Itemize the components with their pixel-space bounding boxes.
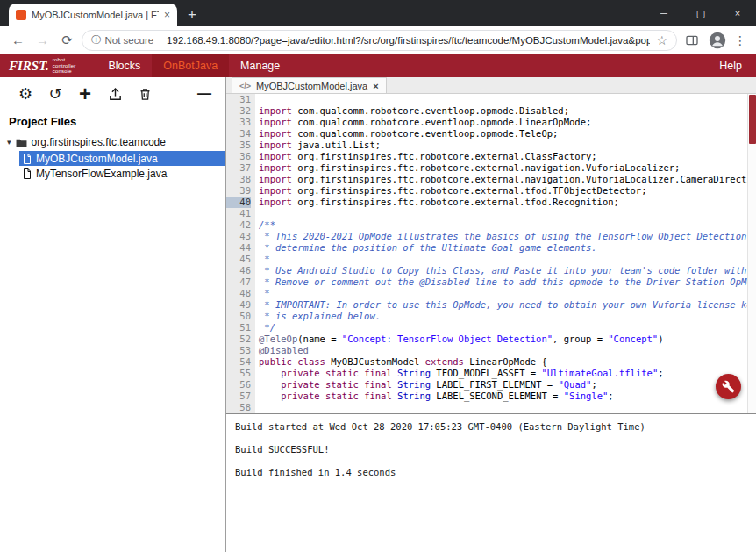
code-line: private static final String LABEL_FIRST_… xyxy=(259,379,756,391)
maximize-button[interactable]: ▢ xyxy=(682,0,719,26)
gear-icon: ⚙ xyxy=(18,86,32,102)
code-line: * Use Android Studio to Copy this Class,… xyxy=(259,265,756,276)
code-line: * Remove or comment out the @Disabled li… xyxy=(259,276,756,288)
tree-files: MyOBJCustomModel.javaMyTensorFlowExample… xyxy=(0,151,225,181)
tree-file-row[interactable]: MyOBJCustomModel.java xyxy=(19,151,225,166)
address-bar: ← → ⟳ ⓘ Not secure 192.168.49.1:8080/?pa… xyxy=(0,26,756,54)
chip-divider xyxy=(160,34,160,47)
code-editor: 3132333435363738394041424344454647484950… xyxy=(226,94,756,413)
bookmark-star-icon[interactable]: ☆ xyxy=(656,33,667,47)
code-line: import com.qualcomm.robotcore.eventloop.… xyxy=(259,117,756,128)
profile-avatar[interactable] xyxy=(707,32,728,49)
tree-file-row[interactable]: MyTensorFlowExample.java xyxy=(19,166,225,181)
gutter-line-number: 57 xyxy=(226,391,251,402)
reload-icon[interactable]: ⟳ xyxy=(57,32,77,48)
scrollbar-thumb[interactable] xyxy=(749,95,756,144)
gutter-line-number: 52 xyxy=(226,333,251,345)
build-button[interactable] xyxy=(716,374,741,399)
plus-icon: + xyxy=(79,84,91,104)
help-link[interactable]: Help xyxy=(705,54,756,77)
gutter-line-number: 56 xyxy=(226,379,251,391)
gutter-line-number: 32 xyxy=(226,105,251,117)
editor-scrollbar[interactable] xyxy=(747,94,756,413)
first-logo-text: FIRST. xyxy=(9,59,49,74)
side-panel-icon[interactable] xyxy=(681,33,703,47)
collapse-panel-button[interactable]: — xyxy=(194,86,215,102)
new-tab-button[interactable]: + xyxy=(188,7,196,22)
settings-button[interactable]: ⚙ xyxy=(11,83,40,104)
gutter-line-number: 34 xyxy=(226,128,251,140)
back-icon[interactable]: ← xyxy=(8,32,28,47)
code-line: * determine the position of the Ultimate… xyxy=(259,242,756,254)
build-output-line xyxy=(235,433,747,444)
security-label: Not secure xyxy=(105,35,154,46)
code-line: * This 2020-2021 OpMode illustrates the … xyxy=(259,231,756,242)
gutter-line-number: 37 xyxy=(226,162,251,174)
code-line: */ xyxy=(259,322,756,333)
editor-gutter: 3132333435363738394041424344454647484950… xyxy=(226,94,255,413)
code-file-icon: </> xyxy=(239,82,251,90)
gutter-line-number: 51 xyxy=(226,322,251,333)
omnibox[interactable]: ⓘ Not secure 192.168.49.1:8080/?page=jav… xyxy=(82,30,677,51)
gutter-line-number: 47 xyxy=(226,276,251,288)
gutter-line-number: 40 xyxy=(226,197,251,208)
minimize-button[interactable]: ─ xyxy=(645,0,682,26)
security-chip[interactable]: ⓘ Not secure xyxy=(91,33,153,47)
file-icon xyxy=(23,168,32,179)
forward-icon[interactable]: → xyxy=(32,32,53,47)
minus-icon: — xyxy=(197,86,211,101)
editor-tab[interactable]: </> MyOBJCustomModel.java × xyxy=(232,77,387,93)
code-line: import org.firstinspires.ftc.robotcore.e… xyxy=(259,185,756,197)
file-tree: ▾ org.firstinspires.ftc.teamcode MyOBJCu… xyxy=(0,134,225,181)
browser-menu-icon[interactable]: ⋮ xyxy=(732,33,748,47)
undo-icon: ↺ xyxy=(48,86,61,102)
code-line: * xyxy=(259,254,756,265)
code-line: private static final String LABEL_SECOND… xyxy=(259,391,756,402)
tab-close-icon[interactable]: × xyxy=(164,10,170,20)
main-area: ⚙ ↺ + — Project Files xyxy=(0,77,756,552)
gutter-line-number: 49 xyxy=(226,299,251,311)
build-output: Build started at Wed Oct 28 2020 17:05:2… xyxy=(226,413,756,552)
gutter-line-number: 43 xyxy=(226,231,251,242)
add-file-button[interactable]: + xyxy=(70,83,100,104)
gutter-line-number: 36 xyxy=(226,151,251,162)
trash-icon xyxy=(139,87,152,102)
code-line: /** xyxy=(259,219,756,231)
code-line xyxy=(259,94,756,105)
code-line: * is explained below. xyxy=(259,311,756,322)
nav-item-blocks[interactable]: Blocks xyxy=(96,54,152,77)
code-line xyxy=(259,402,756,413)
editor-column: </> MyOBJCustomModel.java × 313233343536… xyxy=(226,77,756,552)
ftc-favicon xyxy=(16,10,26,20)
code-line: import java.util.List; xyxy=(259,140,756,151)
gutter-line-number: 55 xyxy=(226,368,251,379)
logo-subtitle: robot controller console xyxy=(53,57,76,75)
code-line xyxy=(259,208,756,219)
gutter-line-number: 39 xyxy=(226,185,251,197)
url-text[interactable]: 192.168.49.1:8080/?page=java/editor.html… xyxy=(167,35,650,46)
build-output-line: Build started at Wed Oct 28 2020 17:05:2… xyxy=(235,421,747,433)
undo-button[interactable]: ↺ xyxy=(40,83,70,104)
browser-tab[interactable]: MyOBJCustomModel.java | FTC × xyxy=(9,4,177,26)
tree-folder-row[interactable]: ▾ org.firstinspires.ftc.teamcode xyxy=(0,134,225,151)
gutter-line-number: 33 xyxy=(226,117,251,128)
nav-item-onbotjava[interactable]: OnBotJava xyxy=(152,54,229,77)
upload-button[interactable] xyxy=(100,83,130,104)
editor-tab-bar: </> MyOBJCustomModel.java × xyxy=(226,77,756,94)
code-line: import com.qualcomm.robotcore.eventloop.… xyxy=(259,105,756,117)
project-files-title: Project Files xyxy=(0,106,225,134)
nav-item-manage[interactable]: Manage xyxy=(229,54,291,77)
window-controls: ─ ▢ × xyxy=(645,0,756,26)
code-line: import org.firstinspires.ftc.robotcore.e… xyxy=(259,151,756,162)
gutter-line-number: 35 xyxy=(226,140,251,151)
header-nav: BlocksOnBotJavaManage xyxy=(96,54,291,77)
gutter-line-number: 58 xyxy=(226,402,251,413)
info-icon: ⓘ xyxy=(91,33,102,47)
editor-tab-close-icon[interactable]: × xyxy=(373,81,378,91)
delete-button[interactable] xyxy=(130,83,160,104)
close-window-button[interactable]: × xyxy=(719,0,756,26)
gutter-line-number: 45 xyxy=(226,254,251,265)
browser-tab-strip: MyOBJCustomModel.java | FTC × + ─ ▢ × xyxy=(0,0,756,26)
code-line: import org.firstinspires.ftc.robotcore.e… xyxy=(259,162,756,174)
code-area[interactable]: import com.qualcomm.robotcore.eventloop.… xyxy=(255,94,756,413)
